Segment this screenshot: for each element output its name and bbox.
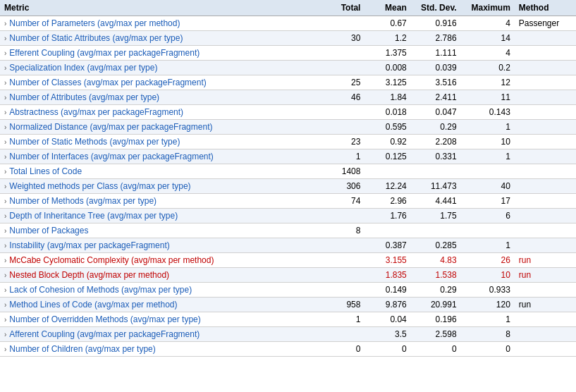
total-cell	[323, 16, 365, 31]
metric-name[interactable]: Afferent Coupling (avg/max per packageFr…	[9, 329, 200, 339]
mean-cell: 0.595	[364, 120, 410, 135]
maximum-cell: 0	[461, 342, 515, 357]
metric-name[interactable]: Number of Overridden Methods (avg/max pe…	[9, 314, 200, 324]
expand-arrow-icon[interactable]: ›	[4, 197, 6, 205]
expand-arrow-icon[interactable]: ›	[4, 64, 6, 72]
metric-cell: ›Lack of Cohesion of Methods (avg/max pe…	[0, 283, 323, 298]
metric-name[interactable]: Weighted methods per Class (avg/max per …	[9, 181, 190, 191]
stddev-cell: 1.538	[411, 268, 461, 283]
expand-arrow-icon[interactable]: ›	[4, 286, 6, 294]
expand-arrow-icon[interactable]: ›	[4, 20, 6, 27]
expand-arrow-icon[interactable]: ›	[4, 183, 6, 190]
total-cell	[323, 253, 365, 268]
metric-cell: ›Nested Block Depth (avg/max per method)	[0, 268, 323, 283]
stddev-cell: 1.75	[411, 209, 461, 223]
metric-name[interactable]: Number of Static Methods (avg/max per ty…	[9, 137, 180, 147]
total-cell: 25	[323, 75, 365, 90]
header-method: Method	[515, 0, 576, 16]
mean-cell: 0.92	[364, 135, 410, 149]
metric-name[interactable]: Number of Attributes (avg/max per type)	[9, 92, 159, 102]
expand-arrow-icon[interactable]: ›	[4, 138, 6, 146]
method-cell	[515, 179, 576, 194]
table-row: ›Weighted methods per Class (avg/max per…	[0, 179, 576, 194]
table-row: ›Number of Classes (avg/max per packageF…	[0, 75, 576, 90]
stddev-cell: 3.516	[411, 75, 461, 90]
expand-arrow-icon[interactable]: ›	[4, 49, 6, 57]
mean-cell: 1.76	[364, 209, 410, 223]
table-row: ›McCabe Cyclomatic Complexity (avg/max p…	[0, 253, 576, 268]
method-cell	[515, 135, 576, 149]
stddev-cell: 0.916	[411, 16, 461, 31]
metric-name[interactable]: Number of Children (avg/max per type)	[9, 344, 155, 354]
expand-arrow-icon[interactable]: ›	[4, 212, 6, 220]
metric-name[interactable]: Number of Static Attributes (avg/max per…	[9, 33, 183, 43]
expand-arrow-icon[interactable]: ›	[4, 109, 6, 116]
table-row: ›Number of Static Methods (avg/max per t…	[0, 135, 576, 149]
metric-name[interactable]: Normalized Distance (avg/max per package…	[9, 122, 212, 132]
metric-cell: ›Number of Overridden Methods (avg/max p…	[0, 312, 323, 327]
expand-arrow-icon[interactable]: ›	[4, 123, 6, 131]
total-cell: 23	[323, 135, 365, 149]
expand-arrow-icon[interactable]: ›	[4, 242, 6, 250]
metric-name[interactable]: Instability (avg/max per packageFragment…	[9, 240, 169, 250]
expand-arrow-icon[interactable]: ›	[4, 168, 6, 176]
header-stddev: Std. Dev.	[411, 0, 461, 16]
expand-arrow-icon[interactable]: ›	[4, 271, 6, 279]
expand-arrow-icon[interactable]: ›	[4, 257, 6, 264]
metric-name[interactable]: Number of Parameters (avg/max per method…	[9, 18, 180, 28]
expand-arrow-icon[interactable]: ›	[4, 94, 6, 102]
metric-name[interactable]: Specialization Index (avg/max per type)	[9, 63, 157, 73]
stddev-cell: 0.29	[411, 283, 461, 298]
metric-name[interactable]: Nested Block Depth (avg/max per method)	[9, 270, 169, 280]
expand-arrow-icon[interactable]: ›	[4, 153, 6, 161]
metric-name[interactable]: Number of Interfaces (avg/max per packag…	[9, 152, 213, 161]
total-cell: 0	[323, 342, 365, 357]
metric-name[interactable]: Abstractness (avg/max per packageFragmen…	[9, 107, 183, 117]
mean-cell: 0.018	[364, 105, 410, 120]
expand-arrow-icon[interactable]: ›	[4, 227, 6, 235]
stddev-cell: 11.473	[411, 179, 461, 194]
stddev-cell: 2.598	[411, 327, 461, 342]
maximum-cell	[461, 223, 515, 238]
stddev-cell: 2.411	[411, 90, 461, 105]
expand-arrow-icon[interactable]: ›	[4, 79, 6, 87]
method-cell	[515, 75, 576, 90]
metric-cell: ›McCabe Cyclomatic Complexity (avg/max p…	[0, 253, 323, 268]
metric-name[interactable]: Number of Classes (avg/max per packageFr…	[9, 78, 206, 87]
mean-cell	[364, 164, 410, 179]
metric-name[interactable]: Total Lines of Code	[9, 166, 82, 176]
metric-name[interactable]: Depth of Inheritance Tree (avg/max per t…	[9, 211, 178, 221]
method-cell	[515, 223, 576, 238]
table-row: ›Abstractness (avg/max per packageFragme…	[0, 105, 576, 120]
metric-name[interactable]: Number of Packages	[9, 226, 88, 235]
total-cell: 46	[323, 90, 365, 105]
metric-cell: ›Efferent Coupling (avg/max per packageF…	[0, 46, 323, 61]
maximum-cell: 0.933	[461, 283, 515, 298]
maximum-cell: 6	[461, 209, 515, 223]
table-row: ›Specialization Index (avg/max per type)…	[0, 61, 576, 75]
maximum-cell: 14	[461, 31, 515, 46]
metric-name[interactable]: Efferent Coupling (avg/max per packageFr…	[9, 48, 200, 58]
maximum-cell	[461, 164, 515, 179]
table-row: ›Number of Static Attributes (avg/max pe…	[0, 31, 576, 46]
total-cell: 8	[323, 223, 365, 238]
total-cell: 74	[323, 194, 365, 209]
metric-name[interactable]: McCabe Cyclomatic Complexity (avg/max pe…	[9, 255, 214, 265]
maximum-cell: 1	[461, 149, 515, 164]
metric-name[interactable]: Lack of Cohesion of Methods (avg/max per…	[9, 285, 192, 295]
expand-arrow-icon[interactable]: ›	[4, 331, 6, 338]
expand-arrow-icon[interactable]: ›	[4, 345, 6, 353]
expand-arrow-icon[interactable]: ›	[4, 316, 6, 324]
total-cell: 306	[323, 179, 365, 194]
maximum-cell: 1	[461, 238, 515, 253]
mean-cell: 0	[364, 342, 410, 357]
expand-arrow-icon[interactable]: ›	[4, 301, 6, 309]
maximum-cell: 4	[461, 16, 515, 31]
maximum-cell: 0.143	[461, 105, 515, 120]
mean-cell: 1.2	[364, 31, 410, 46]
expand-arrow-icon[interactable]: ›	[4, 35, 6, 42]
table-row: ›Lack of Cohesion of Methods (avg/max pe…	[0, 283, 576, 298]
metric-name[interactable]: Method Lines of Code (avg/max per method…	[9, 300, 177, 310]
table-row: ›Instability (avg/max per packageFragmen…	[0, 238, 576, 253]
metric-name[interactable]: Number of Methods (avg/max per type)	[9, 196, 157, 206]
